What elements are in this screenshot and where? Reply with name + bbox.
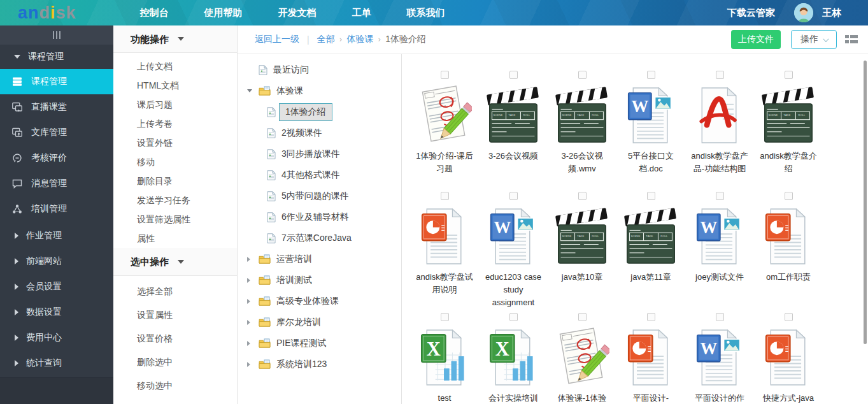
file-item-10[interactable]: SCENETAKEROLLjava第11章 — [616, 192, 685, 313]
ops-menu-item[interactable]: 设置价格 — [113, 327, 237, 350]
file-checkbox[interactable] — [441, 313, 449, 321]
nav-item-2[interactable]: 使用帮助 — [187, 0, 260, 25]
file-item-4[interactable]: W5平台接口文档.doc — [616, 71, 685, 192]
file-checkbox[interactable] — [647, 313, 655, 321]
ops-menu-item[interactable]: 设置筛选属性 — [113, 210, 237, 229]
ops-menu-item[interactable]: 删除选中 — [113, 350, 237, 374]
file-item-12[interactable]: om工作职责 — [754, 192, 823, 313]
caret-right-icon[interactable] — [247, 299, 255, 304]
tree-node-folder-4[interactable]: 摩尔龙培训 — [238, 312, 401, 333]
sidebar-group-1[interactable]: 作业管理 — [0, 223, 113, 249]
tree-node-recent[interactable]: 最近访问 — [238, 59, 401, 80]
sidebar-group-5[interactable]: 费用中心 — [0, 325, 113, 350]
sidebar-group-course-management[interactable]: 课程管理 — [0, 45, 113, 69]
file-checkbox[interactable] — [509, 71, 518, 79]
ops-menu-item[interactable]: 移动 — [113, 152, 237, 171]
file-item-18[interactable]: 快捷方式-java — [754, 313, 823, 404]
sidebar-item-live-classroom[interactable]: 直播课堂 — [0, 94, 113, 120]
file-item-9[interactable]: SCENETAKEROLLjava第10章 — [548, 192, 616, 313]
ops-menu-item[interactable]: 移动选中 — [113, 374, 237, 398]
sidebar-item-courses-stack[interactable]: 课程管理 — [0, 69, 113, 94]
tree-node-child-1[interactable]: 1体验介绍 — [238, 101, 401, 122]
caret-right-icon[interactable] — [247, 362, 255, 367]
vertical-scrollbar[interactable] — [864, 61, 867, 344]
nav-item-1[interactable]: 控制台 — [122, 0, 187, 25]
file-item-7[interactable]: andisk教学盘试用说明 — [410, 192, 479, 313]
tree-node-root[interactable]: 体验课 — [238, 80, 401, 101]
file-item-13[interactable]: Xtest — [410, 313, 479, 404]
tree-node-child-4[interactable]: 4其他格式课件 — [238, 164, 401, 185]
sidebar-group-6[interactable]: 统计查询 — [0, 350, 113, 376]
tree-node-child-3[interactable]: 3同步播放课件 — [238, 143, 401, 164]
tree-node-folder-1[interactable]: 运营培训 — [238, 249, 401, 270]
tree-node-folder-2[interactable]: 培训测试 — [238, 270, 401, 291]
action-dropdown-button[interactable]: 操作 — [791, 30, 837, 49]
file-checkbox[interactable] — [441, 71, 449, 79]
file-item-15[interactable]: 体验课-1体验 — [548, 313, 616, 404]
nav-item-3[interactable]: 开发文档 — [260, 0, 334, 25]
sidebar-item-library[interactable]: 文库管理 — [0, 120, 113, 145]
file-checkbox[interactable] — [509, 313, 518, 321]
file-item-6[interactable]: SCENETAKEROLLandisk教学盘介绍 — [754, 71, 823, 192]
username[interactable]: 王林 — [822, 7, 841, 19]
app-logo[interactable]: andisk — [18, 0, 76, 25]
ops-menu-item[interactable]: 删除目录 — [113, 171, 237, 191]
caret-right-icon[interactable] — [247, 257, 255, 262]
tree-node-child-2[interactable]: 2视频课件 — [238, 122, 401, 143]
ops-menu-item[interactable]: 权限设置 — [113, 398, 237, 404]
nav-item-4[interactable]: 工单 — [334, 0, 389, 25]
file-checkbox[interactable] — [716, 71, 724, 79]
caret-right-icon[interactable] — [247, 278, 255, 283]
breadcrumb-link[interactable]: 全部 — [317, 34, 335, 44]
caret-right-icon[interactable] — [247, 320, 255, 325]
ops-section-header-1[interactable]: 功能操作 — [113, 25, 237, 53]
tree-node-folder-5[interactable]: PIE课程测试 — [238, 333, 401, 354]
sidebar-group-4[interactable]: 数据设置 — [0, 299, 113, 325]
ops-menu-item[interactable]: 上传考卷 — [113, 114, 237, 133]
avatar[interactable] — [794, 3, 813, 22]
file-checkbox[interactable] — [716, 313, 724, 321]
ops-menu-item[interactable]: 属性 — [113, 229, 237, 248]
file-item-2[interactable]: SCENETAKEROLL3-26会议视频 — [479, 71, 548, 192]
download-cloud-manager-link[interactable]: 下载云管家 — [727, 7, 775, 19]
sidebar-item-messages[interactable]: 消息管理 — [0, 171, 113, 196]
breadcrumb-link[interactable]: 体验课 — [346, 34, 373, 44]
tree-node-child-6[interactable]: 6作业及辅导材料 — [238, 206, 401, 227]
file-item-14[interactable]: X会计实操培训 — [479, 313, 548, 404]
back-up-level-link[interactable]: 返回上一级 — [255, 34, 299, 45]
file-item-3[interactable]: SCENETAKEROLL3-26会议视频.wmv — [548, 71, 616, 192]
sidebar-item-assessment[interactable]: 考核评价 — [0, 145, 113, 171]
tree-node-child-7[interactable]: 7示范课CoreJava — [238, 227, 401, 249]
upload-file-button[interactable]: 上传文件 — [731, 30, 781, 49]
file-checkbox[interactable] — [716, 192, 724, 200]
tree-node-folder-6[interactable]: 系统培训123 — [238, 354, 401, 375]
file-checkbox[interactable] — [785, 192, 793, 200]
sidebar-collapse-button[interactable] — [0, 25, 113, 45]
file-checkbox[interactable] — [647, 71, 655, 79]
file-checkbox[interactable] — [509, 192, 518, 200]
ops-menu-item[interactable]: 发送学习任务 — [113, 191, 237, 210]
file-checkbox[interactable] — [785, 313, 793, 321]
file-item-17[interactable]: W平面设计的作 — [685, 313, 754, 404]
ops-menu-item[interactable]: 设置外链 — [113, 133, 237, 152]
file-checkbox[interactable] — [578, 313, 587, 321]
caret-right-icon[interactable] — [247, 341, 255, 346]
file-item-1[interactable]: 1体验介绍-课后习题 — [410, 71, 479, 192]
caret-down-icon[interactable] — [247, 89, 255, 92]
sidebar-group-3[interactable]: 会员设置 — [0, 274, 113, 299]
tree-node-child-5[interactable]: 5内带问题的课件 — [238, 185, 401, 206]
ops-menu-item[interactable]: 设置属性 — [113, 303, 237, 327]
file-item-5[interactable]: andisk教学盘产品-功能结构图 — [685, 71, 754, 192]
file-checkbox[interactable] — [785, 71, 793, 79]
sidebar-group-2[interactable]: 前端网站 — [0, 249, 113, 274]
ops-menu-item[interactable]: 课后习题 — [113, 95, 237, 114]
ops-menu-item[interactable]: 选择全部 — [113, 280, 237, 303]
sidebar-item-training[interactable]: 培训管理 — [0, 196, 113, 222]
nav-item-5[interactable]: 联系我们 — [389, 0, 463, 25]
ops-menu-item[interactable]: HTML文档 — [113, 76, 237, 95]
file-item-8[interactable]: Weduc1203 case study assignment — [479, 192, 548, 313]
file-checkbox[interactable] — [578, 71, 587, 79]
ops-menu-item[interactable]: 上传文档 — [113, 57, 237, 76]
tree-node-folder-3[interactable]: 高级专业体验课 — [238, 291, 401, 312]
file-item-16[interactable]: 平面设计- — [616, 313, 685, 404]
